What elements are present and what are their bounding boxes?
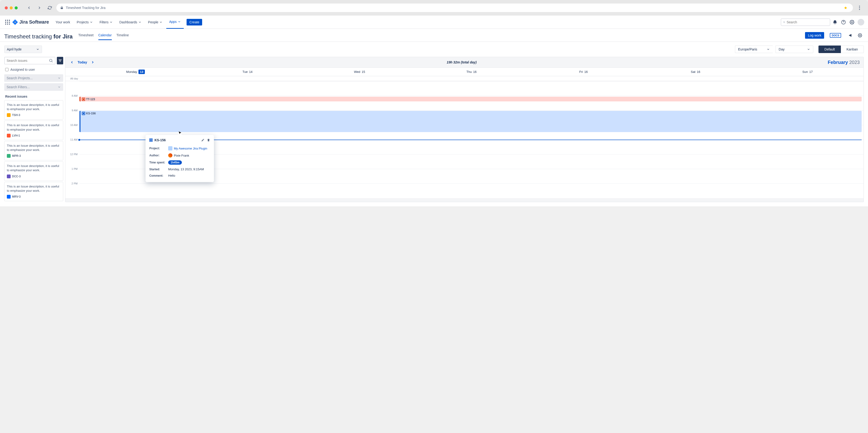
chevron-down-icon	[36, 48, 39, 51]
forward-button[interactable]	[36, 4, 43, 11]
day-header: Thu 16	[415, 68, 528, 76]
issue-type-icon	[149, 138, 153, 142]
user-avatar[interactable]	[858, 19, 864, 26]
issue-card[interactable]: This is an Issue description, it is usef…	[4, 141, 63, 160]
nav-item-filters[interactable]: Filters	[97, 16, 116, 29]
jira-logo[interactable]: Jira Software	[12, 19, 49, 25]
issue-type-icon	[82, 112, 85, 115]
close-window[interactable]	[5, 6, 8, 9]
tab-calendar[interactable]: Calendar	[98, 33, 112, 40]
global-search-input[interactable]	[786, 20, 828, 24]
popover-title: KS-156	[154, 138, 199, 142]
svg-rect-11	[9, 24, 10, 25]
global-search[interactable]	[781, 19, 830, 26]
search-issues-box[interactable]	[4, 57, 55, 64]
nav-item-your-work[interactable]: Your work	[53, 16, 73, 29]
page-header: Timesheet tracking for Jira TimesheetCal…	[0, 29, 868, 42]
docs-button[interactable]: DOCS	[830, 33, 841, 38]
issue-type-icon	[7, 113, 10, 117]
nav-item-apps[interactable]: Apps	[166, 16, 184, 29]
edit-icon[interactable]	[201, 138, 205, 142]
svg-rect-10	[7, 24, 8, 25]
minimize-window[interactable]	[10, 6, 13, 9]
svg-rect-6	[5, 22, 6, 23]
back-button[interactable]	[25, 4, 33, 11]
issue-card[interactable]: This is an Issue description, it is usef…	[4, 161, 63, 181]
svg-point-2	[859, 9, 860, 10]
create-button[interactable]: Create	[187, 19, 202, 26]
svg-point-16	[50, 59, 52, 62]
chevron-down-icon	[90, 21, 93, 24]
svg-rect-18	[59, 60, 61, 61]
reload-button[interactable]	[46, 4, 54, 11]
timezone-select[interactable]: Europe/Paris	[735, 45, 773, 53]
nav-item-dashboards[interactable]: Dashboards	[117, 16, 144, 29]
issue-type-icon	[82, 98, 85, 101]
delete-icon[interactable]	[207, 138, 210, 142]
day-header: Tue 14	[191, 68, 304, 76]
search-icon	[49, 59, 53, 63]
next-period-button[interactable]	[90, 59, 96, 65]
tab-timeline[interactable]: Timeline	[117, 33, 129, 40]
layout-tab-kanban[interactable]: Kanban	[841, 45, 864, 53]
filter-button[interactable]	[57, 57, 63, 64]
help-icon[interactable]	[840, 19, 847, 26]
day-header: Monday 13	[80, 68, 191, 76]
assigned-to-user-checkbox[interactable]: Assigned to user	[4, 66, 63, 73]
whats-new-icon[interactable]	[847, 32, 854, 39]
chevron-down-icon	[58, 76, 61, 80]
bookmark-star-icon[interactable]	[844, 6, 847, 9]
toolbar: April hyde Europe/Paris Day DefaultKanba…	[0, 42, 868, 57]
svg-point-1	[859, 7, 860, 8]
search-projects-select[interactable]: Search Projects...	[4, 74, 63, 82]
jira-logo-text: Jira Software	[19, 19, 49, 25]
nav-item-people[interactable]: People	[145, 16, 165, 29]
today-button[interactable]: Today	[78, 60, 87, 64]
chevron-down-icon	[58, 85, 61, 89]
log-work-button[interactable]: Log work	[805, 32, 824, 39]
issue-type-icon	[7, 134, 10, 137]
svg-rect-9	[5, 24, 6, 25]
nav-item-projects[interactable]: Projects	[74, 16, 96, 29]
view-select[interactable]: Day	[776, 45, 813, 53]
page-settings-icon[interactable]	[856, 32, 864, 39]
project-link[interactable]: My Awesome Jira Plugin	[174, 147, 207, 150]
notifications-icon[interactable]	[831, 19, 839, 26]
app-switcher-icon[interactable]	[4, 19, 11, 26]
chevron-down-icon	[178, 20, 181, 23]
issue-card[interactable]: This is an Issue description, it is usef…	[4, 121, 63, 140]
chevron-down-icon	[767, 48, 770, 51]
chevron-down-icon	[110, 21, 113, 24]
calendar-event[interactable]: TT-123	[80, 97, 862, 101]
prev-period-button[interactable]	[69, 59, 75, 65]
issue-type-icon	[7, 195, 10, 198]
url-bar[interactable]: Timesheet Tracking for Jira	[56, 3, 853, 12]
browser-chrome: Timesheet Tracking for Jira	[0, 0, 868, 16]
jira-top-nav: Jira Software Your workProjectsFiltersDa…	[0, 16, 868, 29]
time-spent-pill: 1h45m	[168, 160, 182, 165]
browser-menu[interactable]	[856, 6, 863, 10]
page-title: Timesheet Tracking for Jira	[66, 6, 105, 10]
maximize-window[interactable]	[14, 6, 18, 9]
user-select[interactable]: April hyde	[4, 45, 42, 53]
search-issues-input[interactable]	[7, 59, 48, 62]
svg-point-15	[860, 35, 861, 36]
search-icon	[783, 20, 785, 24]
issue-card[interactable]: This is an Issue description, it is usef…	[4, 182, 63, 201]
filter-icon	[58, 59, 62, 62]
issue-type-icon	[7, 175, 10, 178]
tab-timesheet[interactable]: Timesheet	[78, 33, 94, 40]
settings-icon[interactable]	[848, 19, 856, 26]
svg-rect-5	[9, 20, 10, 21]
search-filters-select[interactable]: Search Filters...	[4, 83, 63, 91]
svg-rect-8	[9, 22, 10, 23]
calendar-area: Today 19h 32m (total day) February 2023 …	[65, 57, 864, 202]
calendar-event[interactable]: KS-156	[80, 111, 862, 132]
issue-card[interactable]: This is an Issue description, it is usef…	[4, 100, 63, 120]
author-avatar	[168, 153, 173, 158]
total-day-label: 19h 32m (total day)	[447, 60, 477, 64]
svg-rect-20	[83, 98, 85, 100]
svg-rect-17	[59, 59, 62, 60]
svg-rect-19	[60, 61, 61, 62]
layout-tab-default[interactable]: Default	[818, 45, 841, 53]
